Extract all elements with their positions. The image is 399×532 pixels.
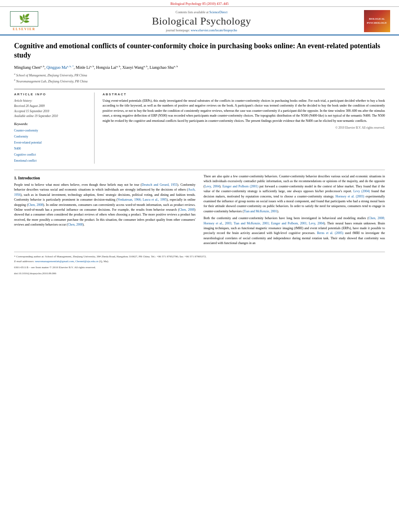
email-link-1[interactable]: neuromanagementlab@gmail.com [35, 260, 74, 263]
article-history: Article history: Received 20 August 2009… [14, 99, 89, 119]
email-link-2[interactable]: Chenml@zju.edu.cn [75, 260, 98, 263]
badge-box: BIOLOGICAL PSYCHOLOGY [364, 10, 390, 32]
accepted-date: Accepted 15 September 2010 [14, 109, 89, 114]
article-title: Cognitive and emotional conflicts of cou… [14, 41, 385, 60]
intro-para-1: People tend to believe what most others … [14, 183, 195, 228]
journal-name: Biological Psychology [40, 15, 363, 27]
top-bar: Biological Psychology 85 (2010) 437–445 [0, 0, 399, 7]
author-4: Hongxia Laia, b [96, 65, 120, 70]
journal-header: 🌿 ELSEVIER Contents lists available at S… [0, 7, 399, 35]
affiliations: a School of Management, Zhejiang Univers… [14, 72, 385, 84]
badge-psy-text: PSYCHOLOGY [367, 21, 387, 25]
cite-venkatesan[interactable]: Venkatesan, 1966; Lascu et al., 1995 [117, 198, 167, 201]
cite-tian[interactable]: Tian and McKenzie, 2001 [244, 210, 277, 213]
cite-levy2004b[interactable]: Levy (2004) [353, 189, 370, 193]
main-content: Cognitive and emotional conflicts of cou… [0, 35, 399, 282]
section-number: 1. [14, 176, 17, 180]
intro-section: 1. Introduction People tend to believe w… [14, 174, 385, 248]
keywords-label: Keywords: [14, 122, 89, 126]
journal-citation: Biological Psychology 85 (2010) 437–445 [171, 2, 229, 6]
journal-title-area: Contents lists available at ScienceDirec… [40, 10, 363, 32]
keywords-section: Keywords: Counter-conformity Conformity … [14, 122, 89, 164]
footnote-email: E-mail addresses: neuromanagementlab@gma… [14, 259, 385, 264]
copyright-line: © 2010 Elsevier B.V. All rights reserved… [103, 126, 385, 129]
elsevier-logo: 🌿 ELSEVIER [8, 10, 40, 32]
abstract-col: ABSTRACT Using event-related potentials … [103, 92, 385, 164]
footnotes-area: * Corresponding author at: School of Man… [14, 252, 385, 276]
sciencedirect-link[interactable]: ScienceDirect [210, 10, 228, 14]
keyword-1: Counter-conformity [14, 127, 89, 134]
author-5: Xiaoyi Wanga, b [122, 65, 148, 70]
keyword-2: Conformity [14, 134, 89, 140]
cite-berns[interactable]: Berns et al. (2005) [317, 231, 343, 235]
author-1: Mingliang Chena, b [14, 65, 44, 70]
intro-left-col: 1. Introduction People tend to believe w… [14, 174, 195, 248]
intro-right-col: There are also quite a few counter-confo… [204, 174, 385, 248]
keyword-4: N400 [14, 146, 89, 152]
received-date: Received 20 August 2009 [14, 104, 89, 109]
section-title: Introduction [18, 176, 40, 180]
tree-icon: 🌿 [19, 14, 30, 24]
abstract-label: ABSTRACT [103, 92, 385, 96]
keywords-list: Counter-conformity Conformity Event-rela… [14, 127, 89, 164]
intro-para-right-2: Both the conformity and counter-conformi… [204, 216, 385, 246]
intro-para-right-1: There are also quite a few counter-confo… [204, 174, 385, 214]
cite-chen2008c[interactable]: Chen, 2008 [68, 223, 83, 226]
footnote-star: * Corresponding author at: School of Man… [14, 255, 385, 259]
affil-a: a School of Management, Zhejiang Univers… [14, 72, 385, 78]
author-3: Minle Lia, b [76, 65, 94, 70]
affil-b: b Neuromanagement Lab, Zhejiang Universi… [14, 78, 385, 84]
keyword-3: Event-related potential [14, 140, 89, 146]
intro-heading: 1. Introduction [14, 176, 195, 180]
contents-available-line: Contents lists available at ScienceDirec… [40, 10, 363, 14]
info-abstract-section: ARTICLE INFO Article history: Received 2… [14, 89, 385, 164]
keyword-6: Emotional conflict [14, 158, 89, 164]
homepage-url[interactable]: www.elsevier.com/locate/biopsycho [191, 29, 237, 32]
author-6: Liangchao Shua, b [150, 65, 178, 70]
elsevier-wordmark: ELSEVIER [13, 27, 35, 31]
authors-line: Mingliang Chena, b, Qingguo Maa, b, *, M… [14, 64, 385, 70]
cite-asch[interactable]: Asch, 1956 [14, 188, 195, 196]
article-info-label: ARTICLE INFO [14, 92, 89, 96]
author-2: Qingguo Maa, b, * [46, 65, 74, 70]
content-divider [14, 170, 385, 170]
history-label: Article history: [14, 99, 89, 104]
journal-badge: BIOLOGICAL PSYCHOLOGY [363, 10, 391, 32]
issn-line: 0301-0511/$ – see front matter © 2010 El… [14, 265, 385, 270]
doi-line: doi:10.1016/j.biopsycho.2010.09.006 [14, 271, 385, 276]
logo-tree-box: 🌿 [10, 11, 38, 27]
cite-chen2008b[interactable]: Chen, 2008 [179, 208, 194, 212]
homepage-line: journal homepage: www.elsevier.com/locat… [40, 29, 363, 32]
badge-bio-text: BIOLOGICAL [369, 18, 385, 21]
cite-deutsch[interactable]: Deutsch and Gerard, 1955 [142, 183, 177, 187]
cite-chen2008a[interactable]: Chen, 2008 [28, 203, 43, 207]
article-info-col: ARTICLE INFO Article history: Received 2… [14, 92, 95, 164]
cite-eznger[interactable]: Eznger and Polborn (2001) [222, 185, 258, 188]
cite-levy2004a[interactable]: Levy, 2004 [205, 185, 220, 188]
cite-hornsey[interactable]: Hornsey et al. (2003) [335, 195, 364, 198]
available-date: Available online 19 September 2010 [14, 114, 89, 119]
keyword-5: Cognitive conflict [14, 152, 89, 158]
cite-chen2008d[interactable]: Chen, 2008; Hornsey et al., 2003; Tian a… [204, 216, 385, 225]
abstract-text: Using event-related potentials (ERPs), t… [103, 99, 385, 123]
